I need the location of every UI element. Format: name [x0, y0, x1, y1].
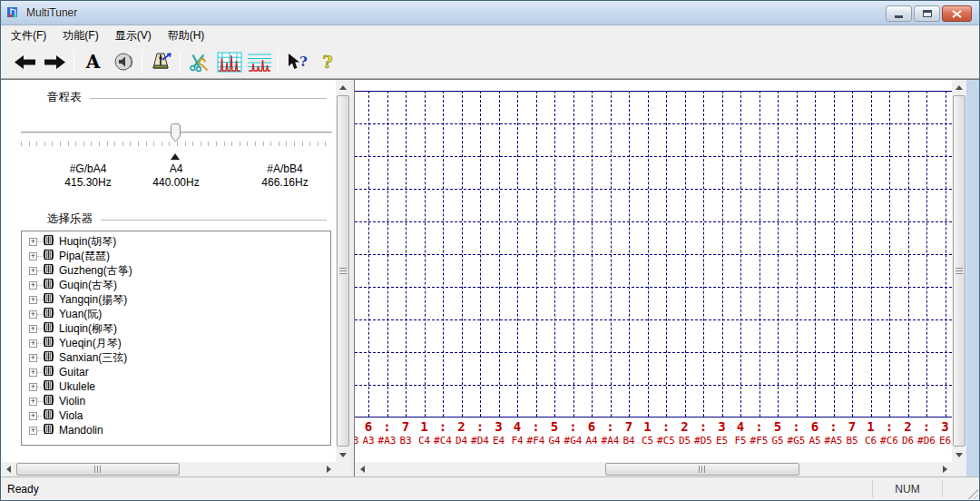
instrument-label: Violin [59, 395, 85, 408]
scroll-up-arrow[interactable] [336, 80, 350, 94]
slider-tick-marks [21, 142, 332, 146]
chart-horizontal-scrollbar[interactable] [355, 462, 952, 476]
jianpu-number-label: 1 [416, 419, 434, 434]
grid-hline [355, 385, 952, 386]
scroll-down-arrow[interactable] [336, 447, 350, 462]
resize-grip[interactable] [965, 486, 978, 499]
instrument-icon [43, 307, 59, 321]
menu-item-0[interactable]: 文件(F) [3, 25, 54, 45]
close-button[interactable] [942, 5, 972, 22]
pitch-section-title: 音程表 [47, 90, 82, 105]
back-arrow-icon [14, 54, 36, 70]
app-window: MultiTuner 文件(F)功能(F)显示(V)帮助(H) A?? 音程表 [0, 0, 980, 501]
expand-icon[interactable]: + [29, 412, 37, 420]
expand-icon[interactable]: + [29, 281, 37, 290]
instrument-label: Yuan(阮) [59, 307, 102, 322]
grid-vline [908, 91, 909, 417]
slider-position-marker [171, 153, 180, 160]
svg-text:?: ? [299, 54, 308, 70]
about-button[interactable]: ? [312, 49, 342, 75]
tree-item-yuan[interactable]: +Yuan(阮) [22, 307, 330, 321]
tree-item-guzheng[interactable]: +Guzheng(古筝) [22, 263, 330, 278]
tree-item-mandolin[interactable]: +Mandolin [22, 423, 330, 437]
maximize-icon [923, 10, 932, 17]
section-rule [90, 98, 328, 100]
jianpu-number-label: 4 [508, 419, 526, 434]
grid-vline [852, 91, 853, 417]
jianpu-number-label: : [378, 419, 397, 434]
jianpu-number-label: 7 [620, 419, 638, 434]
settings-button[interactable] [184, 49, 214, 75]
minimize-button[interactable] [886, 5, 912, 22]
grid-vline [685, 91, 686, 417]
jianpu-number-label: : [527, 419, 545, 434]
grid-hline [355, 417, 952, 418]
play-tone-button[interactable] [108, 49, 138, 75]
tree-item-sanxian[interactable]: +Sanxian(三弦) [22, 350, 330, 365]
scroll-up-arrow[interactable] [952, 80, 966, 94]
spectrum-lines-button[interactable] [244, 49, 274, 75]
tree-item-yueqin[interactable]: +Yueqin(月琴) [22, 336, 330, 350]
left-vertical-scrollbar[interactable] [336, 80, 350, 462]
tuning-grid-view[interactable]: :#G36A3:#A37B31C4:#C42D4:#D43E44F4:#F45G… [355, 80, 952, 462]
instrument-icon [43, 423, 59, 437]
jianpu-number-label: : [825, 419, 843, 434]
tree-item-viola[interactable]: +Viola [22, 408, 330, 423]
spectrum-grid-button[interactable] [214, 49, 244, 75]
grid-vline [480, 91, 481, 417]
expand-icon[interactable]: + [29, 267, 37, 275]
scroll-down-arrow[interactable] [952, 447, 966, 462]
scroll-thumb[interactable] [16, 463, 180, 476]
expand-icon[interactable]: + [29, 325, 37, 333]
expand-icon[interactable]: + [29, 339, 37, 348]
pitch-section-header: 音程表 [47, 90, 327, 105]
metronome-button[interactable] [146, 49, 176, 75]
scroll-thumb[interactable] [605, 463, 799, 476]
tree-item-ukulele[interactable]: +Ukulele [22, 379, 330, 394]
title-bar[interactable]: MultiTuner [1, 1, 979, 25]
jianpu-number-label: 3 [713, 419, 731, 434]
expand-icon[interactable]: + [29, 427, 37, 435]
scroll-left-arrow[interactable] [355, 462, 369, 476]
left-horizontal-scrollbar[interactable] [1, 462, 336, 476]
scroll-right-arrow[interactable] [321, 462, 336, 476]
scroll-thumb[interactable] [337, 95, 349, 447]
jianpu-number-label: : [602, 419, 620, 434]
expand-icon[interactable]: + [29, 368, 37, 377]
scroll-thumb[interactable] [953, 95, 965, 447]
grid-vline [368, 91, 369, 417]
scroll-right-arrow[interactable] [937, 462, 952, 476]
expand-icon[interactable]: + [29, 398, 37, 406]
tree-item-guqin[interactable]: +Guqin(古琴) [22, 278, 330, 292]
context-help-button[interactable]: ? [282, 49, 312, 75]
menu-item-3[interactable]: 帮助(H) [160, 25, 213, 45]
instrument-icon [43, 278, 59, 292]
expand-icon[interactable]: + [29, 296, 37, 304]
note-name-button[interactable]: A [78, 49, 108, 75]
back-button[interactable] [10, 49, 40, 75]
tree-item-huqin[interactable]: +Huqin(胡琴) [22, 234, 330, 249]
instrument-icon [43, 321, 59, 336]
grid-vline [760, 91, 760, 417]
grid-vline [629, 91, 630, 417]
tree-item-violin[interactable]: +Violin [22, 394, 330, 408]
tree-item-yangqin[interactable]: +Yangqin(揚琴) [22, 292, 330, 307]
toolbar-separator [142, 51, 142, 73]
tree-item-pipa[interactable]: +Pipa(琵琶) [22, 249, 330, 263]
menu-item-1[interactable]: 功能(F) [54, 25, 106, 45]
expand-icon[interactable]: + [29, 354, 37, 362]
expand-icon[interactable]: + [29, 310, 37, 319]
scroll-left-arrow[interactable] [1, 462, 15, 476]
expand-icon[interactable]: + [29, 383, 37, 391]
freq-note: #G/bA4 [38, 162, 138, 176]
menu-item-2[interactable]: 显示(V) [107, 25, 160, 45]
tree-item-liuqin[interactable]: +Liuqin(柳琴) [22, 321, 330, 336]
maximize-button[interactable] [914, 5, 940, 22]
expand-icon[interactable]: + [29, 252, 37, 260]
tree-item-guitar[interactable]: +Guitar [22, 365, 330, 379]
instrument-icon [43, 394, 59, 408]
forward-button[interactable] [40, 49, 70, 75]
expand-icon[interactable]: + [29, 238, 37, 246]
chart-vertical-scrollbar[interactable] [952, 80, 966, 462]
question-mark-icon: ? [318, 53, 337, 72]
